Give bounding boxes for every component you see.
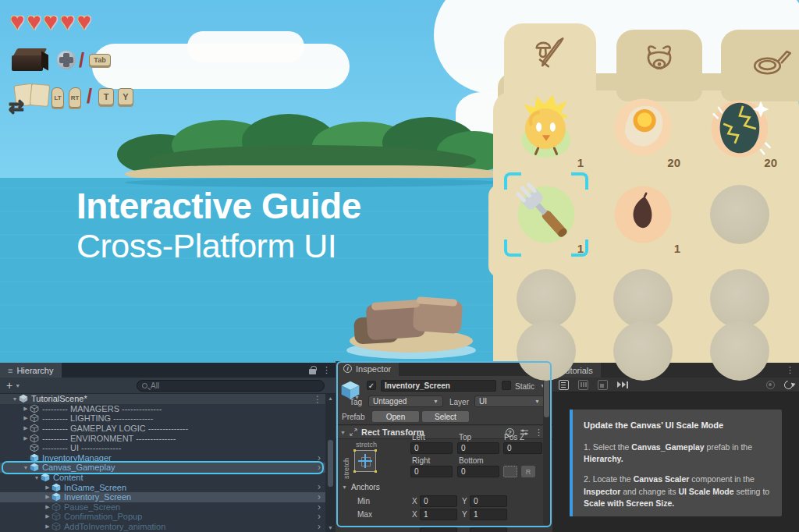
inspector-scrollbar[interactable]: [543, 378, 550, 525]
caret-icon[interactable]: ▶: [44, 494, 51, 500]
inventory-slot-egg[interactable]: 20: [604, 90, 682, 168]
top-field[interactable]: 0: [457, 442, 499, 454]
caret-icon[interactable]: ▶: [22, 435, 30, 442]
inventory-slot-empty[interactable]: [701, 176, 779, 254]
hierarchy-row[interactable]: InventoryManager›: [0, 453, 325, 463]
row-label: Pause_Screen: [64, 502, 120, 512]
name-field[interactable]: Inventory_Screen: [381, 380, 496, 392]
bottom-field[interactable]: 0: [457, 466, 499, 477]
y-key-hint: Y: [118, 88, 133, 105]
hierarchy-row[interactable]: ▶ AddToInventory_animation›: [0, 522, 325, 532]
caret-icon[interactable]: ▶: [44, 504, 51, 510]
foldout-icon[interactable]: ▼: [342, 484, 347, 490]
hierarchy-row[interactable]: ▶ --------- LIGHTING --------------: [0, 413, 325, 424]
max-x-field[interactable]: 1: [420, 509, 457, 520]
screenshot-root: Interactive Guide Cross-Platform UI ♥♥♥♥…: [0, 0, 799, 532]
hierarchy-row[interactable]: ▼ Content: [0, 473, 325, 483]
anchor-preset-widget[interactable]: [354, 450, 376, 472]
inventory-slot-empty[interactable]: [604, 312, 682, 390]
inspector-tab[interactable]: i Inspector: [336, 361, 399, 376]
inventory-slot-fork[interactable]: 1: [507, 176, 585, 254]
caret-icon[interactable]: ▶: [44, 513, 51, 520]
inventory-slot-chick[interactable]: 1: [507, 90, 585, 168]
create-dropdown-icon[interactable]: ▼: [15, 383, 20, 388]
row-label: InGame_Screen: [64, 483, 126, 492]
inventory-slot-dragon-egg[interactable]: 20: [701, 90, 779, 168]
hierarchy-row[interactable]: ▶ --------- GAMEPLAY LOGIC -------------…: [0, 424, 325, 434]
hierarchy-row[interactable]: --------- UI --------------: [0, 443, 325, 453]
hierarchy-tab[interactable]: ≡ Hierarchy: [0, 363, 62, 378]
rt-key-hint: RT: [69, 87, 81, 108]
caret-icon[interactable]: ▶: [44, 484, 51, 491]
hierarchy-row[interactable]: ▶ InGame_Screen›: [0, 482, 325, 492]
rock-formation: [342, 298, 481, 362]
prefab-cube-icon: [51, 483, 64, 492]
anchor-blueprint-button[interactable]: [503, 466, 517, 477]
posz-field[interactable]: 0: [503, 442, 542, 454]
tutorial-card: Update the Canvas’ UI Scale Mode 1. Sele…: [570, 410, 782, 516]
left-field[interactable]: 0: [410, 442, 453, 454]
panel-menu-icon: ≡: [8, 366, 12, 375]
hierarchy-row[interactable]: ▶ Inventory_Screen›: [0, 492, 325, 502]
caret-icon[interactable]: ▶: [44, 523, 51, 530]
chevron-down-icon: ▼: [433, 399, 439, 404]
prefab-cube-icon: [51, 492, 64, 502]
prefab-open-button[interactable]: Open: [371, 410, 420, 423]
inventory-slot-empty[interactable]: [507, 312, 585, 390]
anchors-label: Anchors: [351, 483, 380, 491]
foldout-icon[interactable]: ▼: [340, 430, 346, 435]
hierarchy-scrollbar[interactable]: ▲ ▼: [325, 394, 336, 532]
scroll-up-icon[interactable]: ▲: [328, 395, 333, 401]
hierarchy-row[interactable]: ▶ Pause_Screen›: [0, 502, 325, 512]
pivot-y-field-partial[interactable]: [470, 527, 507, 532]
inventory-slot-seed[interactable]: 1: [604, 176, 682, 254]
prefab-chevron-icon[interactable]: ›: [318, 521, 321, 532]
hierarchy-row[interactable]: ▶ --------- MANAGERS --------------: [0, 404, 325, 414]
tag-dropdown[interactable]: Untagged ▼: [368, 395, 443, 407]
prefab-select-button[interactable]: Select: [421, 410, 470, 423]
pivot-x-field-partial[interactable]: [420, 527, 457, 532]
scroll-down-icon[interactable]: ▼: [328, 525, 333, 530]
caret-icon[interactable]: ▶: [22, 425, 30, 431]
posz-label: Pos Z: [504, 433, 524, 442]
raw-edit-button[interactable]: R: [521, 466, 535, 477]
item-count: 20: [764, 156, 777, 169]
title-line-1: Interactive Guide: [76, 186, 361, 227]
item-count: 1: [674, 242, 680, 255]
hierarchy-row[interactable]: ▶ Confirmation_Popup›: [0, 512, 325, 522]
create-button[interactable]: +: [6, 379, 12, 392]
kebab-menu-icon[interactable]: ⋮: [322, 365, 331, 375]
inventory-slot-empty[interactable]: [701, 312, 779, 390]
kebab-menu-icon[interactable]: ⋮: [534, 427, 543, 438]
hierarchy-scene-row[interactable]: ▼ TutorialScene*⋮: [0, 394, 325, 404]
max-y-field[interactable]: 1: [470, 509, 507, 520]
item-count: 20: [667, 156, 680, 169]
prefab-chevron-icon[interactable]: ›: [318, 462, 321, 473]
scrollbar-thumb[interactable]: [328, 440, 333, 487]
hierarchy-tab-label: Hierarchy: [16, 366, 53, 375]
caret-icon[interactable]: ▼: [33, 475, 41, 481]
hierarchy-search-input[interactable]: All: [137, 380, 325, 392]
min-y-field[interactable]: 0: [470, 495, 507, 507]
swap-arrow-icon: ⇄: [9, 95, 24, 117]
tutorial-title: Update the Canvas’ UI Scale Mode: [584, 420, 772, 432]
active-checkbox[interactable]: ✓: [367, 381, 376, 390]
layer-dropdown[interactable]: UI ▼: [474, 395, 545, 407]
prefab-cube-icon: [30, 453, 42, 463]
hierarchy-row[interactable]: ▼ Canvas_Gameplay›: [0, 463, 325, 473]
search-placeholder: All: [151, 381, 159, 390]
lock-icon[interactable]: [309, 369, 316, 374]
lt-key-hint: LT: [51, 87, 64, 108]
hierarchy-row[interactable]: ▶ --------- ENVIRONMENT --------------: [0, 433, 325, 443]
right-field[interactable]: 0: [410, 466, 453, 477]
caret-icon[interactable]: ▼: [11, 396, 19, 402]
x-label: X: [412, 497, 417, 505]
refresh-icon[interactable]: [783, 378, 794, 390]
caret-icon[interactable]: ▶: [22, 406, 30, 412]
caret-icon[interactable]: ▶: [22, 415, 30, 421]
kebab-menu-icon[interactable]: ⋮: [786, 365, 794, 375]
min-x-field[interactable]: 0: [420, 495, 457, 507]
hierarchy-tabbar: ≡ Hierarchy ⋮: [0, 363, 336, 378]
caret-icon[interactable]: ▼: [22, 465, 30, 470]
health-hearts: ♥♥♥♥♥: [10, 8, 94, 36]
